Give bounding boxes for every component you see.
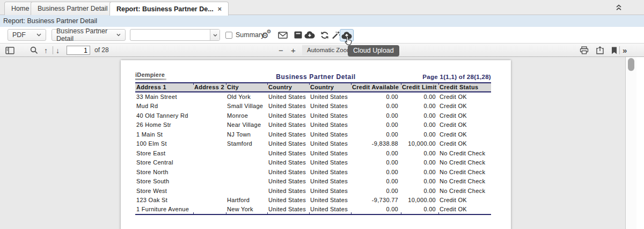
table-cell: 0.00: [351, 177, 401, 187]
chevron-double-up-icon[interactable]: [615, 4, 623, 11]
report-toolbar: PDF Business Partner Detail Summary ⚙⚙: [0, 27, 644, 43]
close-icon[interactable]: ×: [218, 5, 222, 12]
table-cell: [193, 102, 226, 111]
table-cell: [193, 120, 226, 130]
table-cell: 0.00: [401, 148, 438, 158]
table-cell: Store South: [135, 177, 193, 187]
table-cell: 0.00: [401, 186, 438, 196]
table-row: 1 Main StNJ TownUnited StatesUnited Stat…: [135, 130, 491, 139]
pdf-viewer-toolbar: ↑ ↓ of 28 − + Automatic Zoom »: [0, 43, 644, 57]
table-cell: United States: [267, 167, 309, 177]
table-cell: United States: [309, 111, 351, 120]
printformat-combobox[interactable]: [130, 29, 220, 41]
hand-cursor-icon: [344, 36, 353, 46]
bookmark-icon[interactable]: [611, 46, 617, 55]
page-number-input[interactable]: [67, 46, 90, 55]
table-cell: [226, 167, 267, 177]
table-cell: 0.00: [351, 130, 401, 139]
column-header: Country: [267, 83, 309, 92]
table-cell: Credit OK: [438, 120, 491, 130]
table-cell: United States: [309, 177, 351, 187]
format-select-button[interactable]: PDF: [8, 29, 46, 41]
send-mail-icon[interactable]: [277, 30, 288, 40]
zoom-in-button[interactable]: +: [291, 46, 296, 55]
table-cell: United States: [309, 139, 351, 149]
table-cell: Store North: [135, 167, 193, 177]
print-icon[interactable]: [580, 46, 589, 55]
cloud-download-icon[interactable]: [304, 30, 315, 40]
report-header-row: Address 1Address 2CityCountryCountryCred…: [135, 83, 491, 92]
table-cell: Old York: [226, 92, 267, 102]
table-cell: No Credit Check: [438, 148, 491, 158]
table-cell: 123 Oak St: [135, 196, 193, 205]
table-row: 123 Oak StHartfordUnited StatesUnited St…: [135, 196, 491, 205]
table-cell: 0.00: [401, 177, 438, 187]
table-cell: United States: [267, 148, 309, 158]
page-up-icon[interactable]: ↑: [44, 46, 48, 55]
table-cell: [226, 158, 267, 168]
table-cell: United States: [309, 158, 351, 168]
tab-label: Report: Business Partner De...: [116, 5, 214, 13]
table-cell: 0.00: [351, 186, 401, 196]
table-cell: [193, 130, 226, 139]
tab-report-business-partner-detail[interactable]: Report: Business Partner De... ×: [109, 2, 229, 16]
table-row: Store NorthUnited StatesUnited States0.0…: [135, 167, 491, 177]
zoom-out-button[interactable]: −: [279, 46, 283, 55]
sidebar-toggle-icon[interactable]: [5, 46, 14, 55]
table-cell: United States: [267, 130, 309, 139]
archive-icon[interactable]: [292, 30, 303, 40]
scrollbar-thumb[interactable]: [628, 58, 634, 71]
table-cell: United States: [267, 92, 309, 102]
column-header: Credit Limit: [401, 83, 438, 92]
table-cell: 0.00: [351, 148, 401, 158]
table-cell: [193, 111, 226, 120]
table-cell: [226, 177, 267, 187]
table-cell: No Credit Check: [438, 158, 491, 168]
table-cell: Monroe: [226, 111, 267, 120]
table-cell: 0.00: [351, 205, 401, 214]
combobox-dropdown-button[interactable]: [210, 30, 219, 40]
table-row: 1 Furniture AvenueNew YorkUnited StatesU…: [135, 205, 491, 214]
tab-label: Home: [11, 5, 29, 12]
table-cell: No Credit Check: [438, 186, 491, 196]
page-down-icon[interactable]: ↓: [56, 46, 60, 55]
separator: [53, 46, 53, 54]
table-cell: 100 Elm St: [135, 139, 193, 149]
format-select-label: PDF: [12, 31, 26, 39]
column-header: Country: [309, 83, 351, 92]
vertical-scrollbar[interactable]: [625, 57, 636, 229]
table-cell: 33 Main Street: [135, 92, 193, 102]
table-cell: United States: [267, 186, 309, 196]
column-header: Credit Status: [438, 83, 491, 92]
table-cell: 0.00: [351, 92, 401, 102]
table-cell: [193, 186, 226, 196]
table-cell: 0.00: [401, 130, 438, 139]
table-cell: 0.00: [401, 92, 438, 102]
refresh-icon[interactable]: [319, 30, 330, 40]
search-icon[interactable]: [30, 46, 38, 55]
download-icon[interactable]: [596, 46, 604, 55]
separator: [619, 46, 620, 54]
table-row: 26 Home StrNear VillageUnited StatesUnit…: [135, 120, 491, 130]
table-cell: United States: [309, 92, 351, 102]
table-cell: [193, 148, 226, 158]
summary-checkbox[interactable]: [225, 32, 232, 39]
more-tools-icon[interactable]: »: [623, 46, 627, 55]
table-cell: [193, 139, 226, 149]
printformat-input[interactable]: [131, 30, 209, 40]
table-cell: 10,000.00: [401, 139, 438, 149]
table-cell: United States: [309, 148, 351, 158]
report-view-select-button[interactable]: Business Partner Detail: [52, 29, 126, 41]
table-cell: 26 Home Str: [135, 120, 193, 130]
table-cell: NJ Town: [226, 130, 267, 139]
column-header: Address 2: [193, 83, 226, 92]
table-cell: United States: [309, 130, 351, 139]
table-cell: Small Village: [226, 102, 267, 111]
table-cell: United States: [267, 102, 309, 111]
table-cell: 0.00: [401, 205, 438, 214]
chevron-down-icon: [213, 34, 217, 37]
table-cell: United States: [309, 196, 351, 205]
table-cell: -9,838.88: [351, 139, 401, 149]
report-table: Address 1Address 2CityCountryCountryCred…: [135, 82, 491, 215]
process-settings-gears-icon[interactable]: ⚙⚙: [260, 30, 270, 40]
